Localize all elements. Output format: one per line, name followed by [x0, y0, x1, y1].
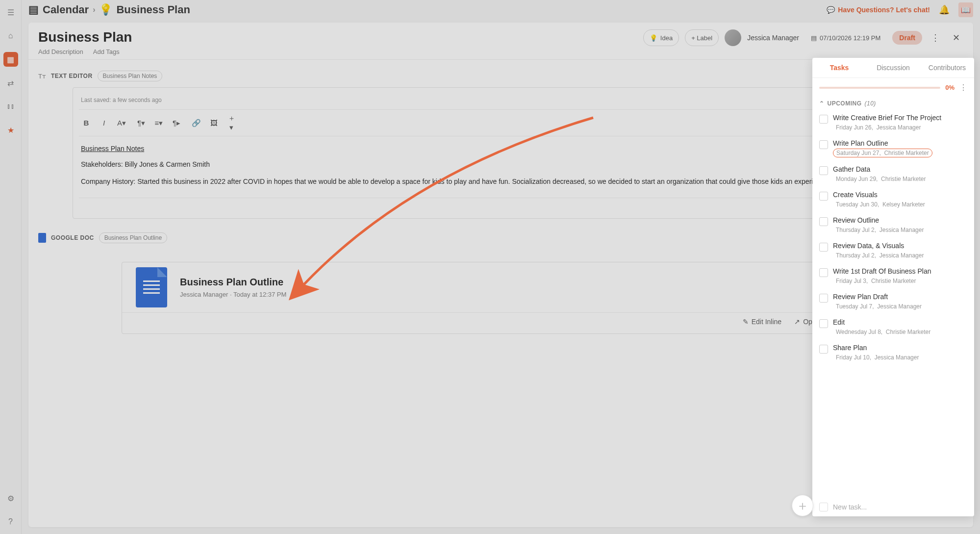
font-button[interactable]: A▾ [116, 119, 127, 127]
calendar-pill-icon: ▤ [811, 34, 817, 42]
settings-icon[interactable]: ⚙ [3, 491, 18, 506]
task-checkbox[interactable] [819, 166, 828, 175]
status-button[interactable]: Draft [892, 31, 922, 45]
home-icon[interactable]: ⌂ [3, 28, 18, 43]
task-title: Edit [833, 318, 967, 326]
doc-heading: Business Plan Notes [81, 143, 921, 154]
chevron-right-icon: › [93, 5, 95, 14]
calendar-icon[interactable]: ▦ [3, 52, 18, 67]
task-row[interactable]: Gather DataMonday Jun 29, Christie Marke… [819, 161, 967, 187]
chevron-down-icon[interactable]: ⌃ [819, 100, 825, 107]
menu-icon[interactable]: ☰ [3, 5, 18, 20]
italic-button[interactable]: I [99, 119, 109, 127]
tab-contributors[interactable]: Contributors [920, 58, 974, 77]
task-list: Write Creative Brief For The ProjectFrid… [812, 110, 974, 498]
text-editor-label: TEXT EDITOR [51, 73, 93, 79]
shuffle-icon[interactable]: ⇄ [3, 76, 18, 90]
tab-tasks[interactable]: Tasks [812, 58, 866, 77]
task-meta: Friday Jun 26, Jessica Manager [833, 124, 924, 131]
editor-chip[interactable]: Business Plan Notes [98, 71, 163, 81]
add-fab[interactable]: ＋ [792, 495, 813, 516]
task-checkbox[interactable] [819, 217, 828, 226]
task-meta: Friday Jul 10, Jessica Manager [833, 354, 922, 361]
book-icon[interactable]: 📖 [958, 2, 973, 17]
paragraph-button[interactable]: ¶▾ [136, 119, 147, 127]
last-saved-text: Last saved: a few seconds ago [81, 97, 162, 103]
bell-icon[interactable]: 🔔 [937, 2, 952, 17]
insert-button[interactable]: ＋▾ [226, 114, 237, 132]
align-button[interactable]: ≡▾ [153, 119, 164, 127]
task-checkbox[interactable] [819, 345, 828, 354]
add-tags-link[interactable]: Add Tags [93, 48, 120, 55]
editor-toolbar: B I A▾ ¶▾ ≡▾ ¶▸ 🔗 🖼 [79, 109, 923, 136]
task-row[interactable]: Write Creative Brief For The ProjectFrid… [819, 110, 967, 135]
progress-percent: 0% [945, 84, 955, 91]
task-checkbox[interactable] [819, 115, 828, 124]
task-row[interactable]: Review Data, & VisualsThursday Jul 2, Je… [819, 238, 967, 263]
gdoc-time: Today at 12:37 PM [233, 291, 286, 298]
image-button[interactable]: 🖼 [208, 119, 219, 127]
task-title: Create Visuals [833, 191, 967, 199]
help-icon[interactable]: ? [3, 514, 18, 529]
add-description-link[interactable]: Add Description [38, 48, 83, 55]
gdoc-card: Business Plan Outline Jessica Manager · … [122, 262, 880, 334]
more-vert-icon[interactable]: ⋮ [928, 30, 943, 45]
edit-inline-button[interactable]: ✎ Edit Inline [743, 318, 781, 326]
task-row[interactable]: Share PlanFriday Jul 10, Jessica Manager [819, 340, 967, 365]
task-checkbox[interactable] [819, 268, 828, 277]
bold-button[interactable]: B [81, 119, 92, 127]
panel-more-icon[interactable]: ⋮ [959, 83, 967, 92]
task-row[interactable]: Review OutlineThursday Jul 2, Jessica Ma… [819, 212, 967, 238]
task-row[interactable]: Write Plan OutlineSaturday Jun 27, Chris… [819, 135, 967, 161]
add-label-pill[interactable]: + Label [685, 29, 719, 46]
lightbulb-icon: 💡 [99, 3, 112, 16]
task-title: Gather Data [833, 165, 967, 173]
doc-history: Company History: Started this business i… [81, 176, 921, 187]
task-title: Write Creative Brief For The Project [833, 114, 967, 122]
tasks-panel: Tasks Discussion Contributors 0% ⋮ ⌃ UPC… [812, 58, 974, 516]
lightbulb-sm-icon: 💡 [650, 34, 657, 42]
task-meta: Tuesday Jul 7, Jessica Manager [833, 303, 925, 310]
breadcrumb-page: Business Plan [116, 3, 190, 16]
breadcrumb-root[interactable]: Calendar [43, 3, 89, 16]
close-icon[interactable]: ✕ [949, 30, 963, 45]
task-meta: Monday Jun 29, Christie Marketer [833, 175, 929, 183]
owner-avatar[interactable] [725, 29, 741, 46]
task-checkbox[interactable] [819, 319, 828, 328]
group-label: UPCOMING [828, 100, 862, 107]
chat-link[interactable]: 💬 Have Questions? Let's chat! [827, 6, 930, 14]
doc-stakeholders: Stakeholders: Billy Jones & Carmen Smith [81, 159, 921, 170]
new-task-checkbox[interactable] [819, 503, 828, 511]
task-row[interactable]: Review Plan DraftTuesday Jul 7, Jessica … [819, 289, 967, 314]
task-title: Review Data, & Visuals [833, 242, 967, 250]
new-task-row[interactable]: New task... [812, 498, 974, 516]
gdoc-chip[interactable]: Business Plan Outline [99, 232, 167, 243]
task-meta: Tuesday Jun 30, Kelsey Marketer [833, 201, 928, 208]
date-pill[interactable]: ▤ 07/10/2026 12:19 PM [805, 29, 886, 46]
task-row[interactable]: Create VisualsTuesday Jun 30, Kelsey Mar… [819, 187, 967, 212]
gdoc-label: GOOGLE DOC [51, 234, 94, 241]
idea-pill[interactable]: 💡 Idea [643, 29, 679, 46]
task-row[interactable]: EditWednesday Jul 8, Christie Marketer [819, 314, 967, 340]
task-meta: Friday Jul 3, Christie Marketer [833, 277, 919, 285]
link-button[interactable]: 🔗 [191, 119, 201, 127]
google-doc-file-icon [136, 267, 167, 307]
chat-icon: 💬 [827, 6, 835, 14]
bookmark-icon[interactable]: ★ [3, 123, 18, 137]
group-count: (10) [865, 100, 876, 107]
task-checkbox[interactable] [819, 243, 828, 252]
gdoc-icon [38, 233, 46, 243]
task-checkbox[interactable] [819, 192, 828, 201]
indent-button[interactable]: ¶▸ [171, 119, 182, 127]
pencil-icon: ✎ [743, 318, 749, 326]
page-title[interactable]: Business Plan [38, 29, 132, 45]
task-checkbox[interactable] [819, 294, 828, 303]
text-icon: Tᴛ [38, 73, 46, 80]
analytics-icon[interactable]: ⫾⫾ [3, 99, 18, 114]
tab-discussion[interactable]: Discussion [866, 58, 920, 77]
page-header: Business Plan Add Description Add Tags 💡… [28, 23, 973, 60]
editor-document[interactable]: Business Plan Notes Stakeholders: Billy … [79, 136, 923, 198]
calendar-sm-icon: ▤ [28, 3, 39, 16]
task-checkbox[interactable] [819, 140, 828, 149]
task-row[interactable]: Write 1st Draft Of Business PlanFriday J… [819, 263, 967, 289]
